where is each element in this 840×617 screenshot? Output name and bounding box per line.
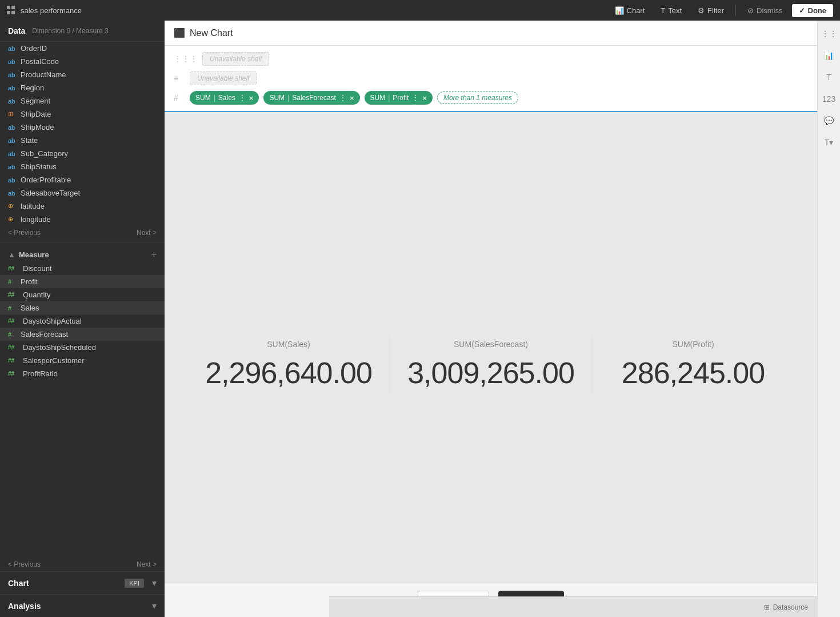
field-Profit[interactable]: # Profit [0, 275, 165, 288]
type-icon-ab: ab [8, 150, 17, 157]
shelf-row-1: ⋮⋮⋮ Unavailable shelf [174, 49, 808, 69]
pill-close-btn[interactable]: × [249, 94, 254, 102]
field-DaystoShipActual[interactable]: ## DaystoShipActual [0, 315, 165, 328]
field-OrderProfitable[interactable]: ab OrderProfitable [0, 173, 165, 186]
field-ShipDate[interactable]: ⊞ ShipDate [0, 108, 165, 121]
pill-profit[interactable]: SUM | Profit ⋮ × [365, 91, 433, 105]
field-SalesForecast[interactable]: # SalesForecast [0, 328, 165, 341]
field-label: OrderID [21, 44, 47, 53]
app-title: sales performance [21, 6, 82, 15]
divider [735, 5, 736, 16]
rt-num-btn[interactable]: 123 [821, 90, 838, 108]
chart-section[interactable]: Chart KPI ▾ [0, 571, 165, 594]
field-label: Sales [21, 304, 39, 312]
field-label: DaystoShipScheduled [23, 343, 96, 352]
field-label: SalesperCustomer [23, 356, 85, 365]
type-icon-hash: ## [8, 357, 19, 364]
field-Segment[interactable]: ab Segment [0, 94, 165, 108]
main-container: Data Dimension 0 / Measure 3 ab OrderID … [0, 21, 840, 617]
pill-salesforecast[interactable]: SUM | SalesForecast ⋮ × [263, 91, 359, 105]
field-OrderID[interactable]: ab OrderID [0, 42, 165, 55]
chevron-down-icon: ▾ [152, 578, 157, 588]
shelf-placeholder-1[interactable]: Unavailable shelf [202, 52, 269, 66]
pill-menu-icon[interactable]: ⋮ [238, 93, 246, 102]
field-label: ProfitRatio [23, 369, 58, 378]
type-icon-geo: ⊕ [8, 202, 17, 210]
top-bar: sales performance 📊 Chart T Text ⚙ Filte… [0, 0, 840, 21]
shelf-placeholder-2[interactable]: Unavailable shelf [190, 71, 257, 85]
field-ProfitRatio[interactable]: ## ProfitRatio [0, 367, 165, 380]
field-label: Profit [21, 277, 38, 286]
sidebar-header: Data Dimension 0 / Measure 3 [0, 21, 165, 42]
kpi-label-sales: SUM(Sales) [267, 340, 310, 349]
pill-close-btn[interactable]: × [350, 94, 354, 102]
rt-comment-btn[interactable]: 💬 [821, 112, 838, 129]
field-Sales[interactable]: # Sales [0, 301, 165, 315]
filter-button[interactable]: ⚙ Filter [691, 4, 731, 17]
type-icon-ab: ab [8, 137, 17, 144]
pill-prefix: SUM [195, 94, 211, 102]
dimension-prev-btn[interactable]: < Previous [8, 229, 41, 237]
kpi-display: SUM(Sales) 2,296,640.00 SUM(SalesForecas… [165, 112, 817, 617]
field-ShipStatus[interactable]: ab ShipStatus [0, 160, 165, 173]
dimension-nav: < Previous Next > [0, 226, 165, 240]
field-Region[interactable]: ab Region [0, 81, 165, 94]
data-tab[interactable]: Data [8, 26, 25, 35]
shelf-row-2: ≡ Unavailable shelf [174, 69, 808, 88]
field-ShipMode[interactable]: ab ShipMode [0, 121, 165, 134]
type-icon-ab: ab [8, 85, 17, 91]
dimension-next-btn[interactable]: Next > [137, 229, 157, 237]
measures-list: ## Discount # Profit ## Quantity # Sales… [0, 262, 165, 558]
analysis-section[interactable]: Analysis ▾ [0, 594, 165, 617]
pill-menu-icon[interactable]: ⋮ [411, 93, 419, 102]
field-SalesaboveTarget[interactable]: ab SalesaboveTarget [0, 186, 165, 200]
dismiss-button[interactable]: ⊘ Dismiss [741, 4, 790, 17]
field-DaystoShipScheduled[interactable]: ## DaystoShipScheduled [0, 341, 165, 354]
rt-text-btn[interactable]: T [821, 69, 838, 86]
pill-menu-icon[interactable]: ⋮ [339, 93, 347, 102]
measure-next-btn[interactable]: Next > [137, 560, 157, 568]
pill-name: Profit [393, 94, 409, 102]
field-label: ShipDate [21, 110, 51, 118]
rt-chart-btn[interactable]: 📊 [821, 47, 838, 64]
field-label: DaystoShipActual [23, 317, 82, 325]
filter-icon: ⚙ [698, 6, 705, 15]
kpi-card-profit: SUM(Profit) 286,245.00 [592, 317, 794, 413]
datasource-text: Datasource [773, 603, 808, 611]
field-Sub_Category[interactable]: ab Sub_Category [0, 147, 165, 160]
field-SalesperCustomer[interactable]: ## SalesperCustomer [0, 354, 165, 367]
chart-button[interactable]: 📊 Chart [608, 4, 652, 17]
chevron-down-icon: ▾ [152, 600, 157, 611]
field-longitude[interactable]: ⊕ longitude [0, 213, 165, 226]
analysis-section-title: Analysis [8, 602, 41, 611]
chart-area: ⬛ New Chart ⋮⋮⋮ Unavailable shelf ≡ Unav… [165, 21, 817, 617]
more-measures-badge[interactable]: More than 1 measures [437, 91, 518, 104]
kpi-card-salesforecast: SUM(SalesForecast) 3,009,265.00 [390, 317, 592, 413]
text-button[interactable]: T Text [654, 4, 689, 17]
done-button[interactable]: ✓ Done [792, 4, 834, 17]
chart-icon: 📊 [615, 6, 624, 15]
field-State[interactable]: ab State [0, 134, 165, 147]
field-Discount[interactable]: ## Discount [0, 262, 165, 275]
field-PostalCode[interactable]: ab PostalCode [0, 55, 165, 68]
field-Quantity[interactable]: ## Quantity [0, 288, 165, 301]
kpi-value-sales: 2,296,640.00 [205, 356, 372, 390]
type-icon-hash: # [8, 278, 17, 285]
datasource-label[interactable]: ⊞ Datasource [764, 603, 808, 611]
measure-prev-btn[interactable]: < Previous [8, 560, 41, 568]
rt-dots-btn[interactable]: ⋮⋮ [821, 25, 838, 42]
grid-icon [7, 6, 16, 15]
rt-type-btn[interactable]: T▾ [821, 134, 838, 151]
top-bar-actions: 📊 Chart T Text ⚙ Filter ⊘ Dismiss ✓ Done [608, 4, 833, 17]
field-ProductName[interactable]: ab ProductName [0, 68, 165, 81]
field-label: PostalCode [21, 57, 59, 66]
field-latitude[interactable]: ⊕ latitude [0, 200, 165, 213]
check-icon: ✓ [799, 6, 805, 15]
field-label: ShipStatus [21, 162, 57, 171]
field-label: SalesaboveTarget [21, 189, 80, 197]
chart-title: New Chart [190, 28, 233, 38]
measure-section-header[interactable]: ▲ Measure + [0, 245, 165, 262]
add-measure-btn[interactable]: + [151, 249, 157, 260]
pill-close-btn[interactable]: × [422, 94, 427, 102]
pill-sales[interactable]: SUM | Sales ⋮ × [190, 91, 259, 105]
